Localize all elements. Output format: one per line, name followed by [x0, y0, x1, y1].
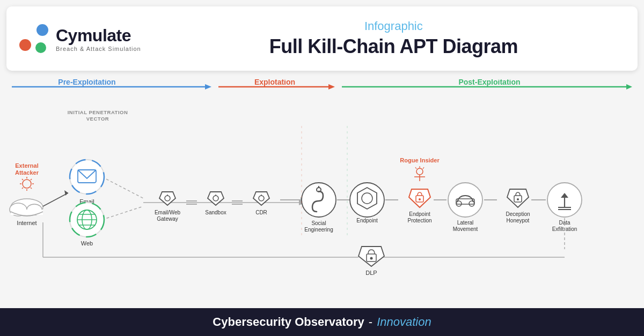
internet-label: Internet [17, 220, 36, 226]
endpoint-protection-label2: Protection [407, 218, 431, 223]
phases-bar: Pre-Exploitation Explotation Post-Exploi… [6, 79, 638, 94]
attacker-icon [23, 180, 31, 188]
svg-line-62 [423, 167, 424, 169]
dot-green [35, 42, 46, 53]
svg-text:Pre-Exploitation: Pre-Exploitation [58, 79, 115, 86]
lateral-movement-label2: Movement [453, 226, 478, 232]
endpoint-label: Endpoint [356, 218, 378, 223]
rogue-insider-label: Rogue Insider [400, 157, 440, 163]
svg-line-14 [31, 179, 32, 180]
cdr-label: CDR [255, 210, 267, 215]
title-area: Infographic Full Kill-Chain APT Diagram [141, 19, 625, 58]
svg-line-24 [102, 206, 143, 220]
main-title: Full Kill-Chain APT Diagram [163, 35, 625, 58]
svg-point-72 [517, 198, 519, 200]
svg-line-13 [22, 179, 23, 180]
logo-area: Cymulate Breach & Attack Simulation [19, 24, 141, 53]
init-penetration-label2: VECTOR [86, 116, 109, 122]
svg-line-15 [22, 188, 23, 189]
social-engineering-label1: Social [311, 220, 326, 226]
svg-marker-4 [328, 84, 335, 89]
svg-marker-1 [205, 84, 211, 89]
dot-blue [36, 24, 48, 36]
svg-point-66 [448, 183, 482, 217]
external-attacker-label: External [15, 162, 38, 169]
logo-dots [19, 24, 48, 53]
logo-name: Cymulate [56, 26, 141, 46]
logo-subtitle: Breach & Attack Simulation [56, 46, 141, 52]
web-label: Web [81, 240, 93, 247]
lateral-movement-label1: Lateral [457, 220, 474, 226]
phases-svg: Pre-Exploitation Explotation Post-Exploi… [6, 79, 638, 94]
svg-point-57 [416, 168, 423, 175]
dot-red [19, 39, 31, 51]
deception-honeypot-label2: Honeypot [507, 218, 530, 223]
svg-text:Post-Exploitation: Post-Exploitation [458, 79, 520, 86]
diagram-area: INITIAL PENETRATION VECTOR External Atta… [6, 104, 638, 307]
footer-dash: - [369, 315, 372, 329]
footer-main-text: Cybersecurity Observatory [213, 315, 364, 329]
deception-honeypot-label1: Deception [506, 211, 530, 217]
infographic-label: Infographic [163, 19, 625, 33]
footer-italic-text: Innovation [377, 315, 431, 329]
svg-point-64 [419, 198, 421, 200]
sandbox-label: Sandbox [205, 210, 226, 215]
init-penetration-label: INITIAL PENETRATION [68, 109, 128, 115]
email-web-gateway-label2: Gateway [157, 216, 178, 222]
svg-text:Explotation: Explotation [254, 79, 295, 86]
svg-point-83 [370, 257, 373, 260]
dlp-label: DLP [365, 270, 377, 276]
svg-line-23 [102, 177, 143, 198]
endpoint-protection-label1: Endpoint [409, 211, 430, 217]
header-card: Cymulate Breach & Attack Simulation Info… [6, 6, 638, 71]
logo-text: Cymulate Breach & Attack Simulation [56, 26, 141, 52]
social-engineering-label2: Engineering [304, 227, 333, 233]
svg-line-61 [415, 167, 416, 169]
svg-marker-7 [626, 84, 632, 89]
external-attacker-label2: Attacker [15, 169, 39, 176]
svg-line-21 [43, 193, 68, 206]
svg-line-16 [31, 188, 32, 189]
diagram-svg: INITIAL PENETRATION VECTOR External Atta… [6, 104, 638, 281]
footer: Cybersecurity Observatory - Innovation [0, 308, 644, 336]
email-web-gateway-label1: Email/Web [155, 210, 181, 215]
